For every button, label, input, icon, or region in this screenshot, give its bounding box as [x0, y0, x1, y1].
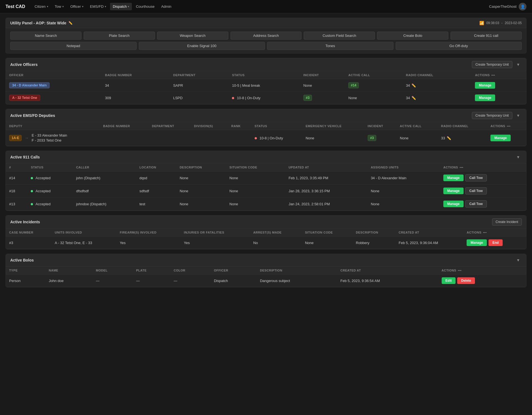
status-dot-green	[31, 190, 33, 192]
arrow-icon: →	[24, 135, 29, 141]
case-number: #3	[6, 237, 52, 249]
actions: Manage	[472, 92, 526, 104]
more-dots-icon[interactable]: •••	[491, 73, 495, 77]
nav-dispatch[interactable]: Dispatch ▾	[110, 3, 132, 10]
col-incident: INCIDENT	[300, 71, 345, 79]
go-offduty-button[interactable]: Go Off-duty	[396, 42, 522, 50]
notepad-button[interactable]: Notepad	[10, 42, 137, 50]
department: LSPD	[170, 92, 229, 104]
nav-officer[interactable]: Officer ▾	[68, 3, 86, 10]
nav-admin[interactable]: Admin	[158, 3, 174, 10]
more-dots-icon[interactable]: •••	[460, 166, 463, 169]
col-arrests: ARREST(S) MADE	[250, 229, 302, 237]
chevron-down-icon: ▾	[47, 5, 48, 8]
col-situation: SITUATION CODE	[302, 229, 353, 237]
more-dots-icon[interactable]: •••	[458, 269, 462, 272]
chevron-down-icon: ▾	[105, 5, 106, 8]
location: sdfsdf	[136, 185, 176, 198]
manage-button[interactable]: Manage	[475, 94, 495, 101]
col-actions: ACTIONS •••	[438, 267, 526, 275]
bolo-created: Feb 5, 2023, 9:36:54 AM	[337, 275, 438, 287]
end-incident-button[interactable]: End	[488, 239, 503, 246]
col-injuries: INJURIES OR FATALITIES	[181, 229, 250, 237]
edit-bolo-button[interactable]: Edit	[442, 277, 456, 284]
call-id: #13	[6, 198, 27, 211]
active-911-table: # STATUS CALLER LOCATION DESCRIPTION SIT…	[6, 163, 526, 211]
active-911-panel: Active 911 Calls ▼ # STATUS CALLER LOCAT…	[6, 151, 526, 211]
active-incidents-header: Active Incidents Create Incident	[6, 216, 526, 229]
col-case: CASE NUMBER	[6, 229, 52, 237]
weapon-search-button[interactable]: Weapon Search	[157, 32, 228, 40]
manage-button[interactable]: Manage	[475, 82, 495, 89]
manage-call-button[interactable]: Manage	[443, 188, 464, 194]
col-actions: ACTIONS •••	[472, 71, 526, 79]
create-911-button[interactable]: Create 911 call	[451, 32, 522, 40]
user-avatar: 👤	[519, 3, 526, 11]
manage-call-button[interactable]: Manage	[443, 175, 464, 181]
custom-field-search-button[interactable]: Custom Field Search	[304, 32, 375, 40]
active-emsfd-header: Active EMS/FD Deputies Create Temporary …	[6, 109, 526, 122]
create-bolo-button[interactable]: Create Bolo	[377, 32, 448, 40]
user-menu[interactable]: CasperTheGhost 👤	[489, 3, 526, 11]
actions: Edit Delete	[438, 275, 526, 287]
col-active-call: ACTIVE CALL	[345, 71, 403, 79]
filter-icon[interactable]: ▼	[515, 112, 522, 119]
create-temp-unit-emsfd-button[interactable]: Create Temporary Unit	[472, 112, 513, 119]
col-ev: EMERGENCY VEHICLE	[302, 122, 364, 130]
manage-button[interactable]: Manage	[490, 135, 511, 141]
col-radio: RADIO CHANNEL	[438, 122, 487, 130]
actions: Manage Call Tow	[440, 185, 526, 197]
more-dots-icon[interactable]: •••	[507, 124, 510, 128]
create-incident-button[interactable]: Create Incident	[492, 218, 522, 226]
main-content: Utility Panel - AOP: State Wide ✏️ 📶 09:…	[0, 13, 532, 292]
active-bolos-panel: Active Bolos ▼ TYPE NAME MODEL PLATE COL…	[6, 254, 526, 287]
delete-bolo-button[interactable]: Delete	[457, 277, 475, 284]
col-active-call: ACTIVE CALL	[397, 122, 438, 130]
username-label: CasperTheGhost	[489, 4, 516, 9]
radio-edit-icon[interactable]: ✏️	[447, 136, 451, 140]
chevron-down-icon: ▾	[62, 5, 64, 8]
manage-call-button[interactable]: Manage	[443, 201, 464, 207]
active-911-header: Active 911 Calls ▼	[6, 151, 526, 163]
nav-tow[interactable]: Tow ▾	[52, 3, 66, 10]
deputy-info: 1A-E → E - 33 Alexander Main F - 2033 Te…	[6, 130, 100, 146]
create-temp-unit-button[interactable]: Create Temporary Unit	[472, 61, 513, 68]
active-call: None	[345, 92, 403, 104]
col-created: CREATED AT	[337, 267, 438, 275]
edit-icon[interactable]: ✏️	[68, 21, 73, 25]
col-status: STATUS	[229, 71, 300, 79]
active-emsfd-table-container: DEPUTY BADGE NUMBER DEPARTMENT DIVISION(…	[6, 122, 526, 146]
more-dots-icon[interactable]: •••	[483, 231, 487, 234]
plate-search-button[interactable]: Plate Search	[84, 32, 155, 40]
table-row: Person John doe — — — Dispatch Dangerous…	[6, 275, 526, 287]
filter-icon[interactable]: ▼	[515, 61, 522, 68]
col-actions: ACTIONS •••	[487, 122, 526, 130]
nav-citizen[interactable]: Citizen ▾	[32, 3, 51, 10]
radio-edit-icon[interactable]: ✏️	[411, 83, 416, 88]
col-updated: UPDATED AT	[285, 163, 367, 171]
call-tow-button[interactable]: Call Tow	[465, 187, 487, 194]
address-search-button[interactable]: Address Search	[231, 32, 302, 40]
call-tow-button[interactable]: Call Tow	[465, 200, 487, 208]
tones-button[interactable]: Tones	[267, 42, 393, 50]
col-status: STATUS	[251, 122, 302, 130]
col-department: DEPARTMENT	[149, 122, 191, 130]
active-officers-table-container: OFFICER BADGE NUMBER DEPARTMENT STATUS I…	[6, 71, 526, 104]
filter-icon[interactable]: ▼	[515, 257, 522, 263]
badge-number: 34	[102, 79, 170, 92]
signal-100-button[interactable]: Enable Signal 100	[139, 42, 265, 50]
updated-at: Feb 1, 2023, 3:35:49 PM	[285, 171, 367, 185]
filter-icon[interactable]: ▼	[515, 154, 522, 160]
manage-incident-button[interactable]: Manage	[467, 239, 487, 246]
radio-channel: 34 ✏️	[403, 92, 472, 104]
bolo-officer: Dispatch	[211, 275, 257, 287]
col-firearms: FIREARM(S) INVOLVED	[116, 229, 180, 237]
incident: #3	[364, 130, 397, 146]
radio-edit-icon[interactable]: ✏️	[411, 96, 416, 100]
nav-emsfd[interactable]: EMS/FD ▾	[87, 3, 109, 10]
assigned-units: 34 - D Alexander Main	[367, 171, 440, 185]
name-search-button[interactable]: Name Search	[10, 32, 81, 40]
call-tow-button[interactable]: Call Tow	[465, 174, 487, 181]
active-incidents-panel: Active Incidents Create Incident CASE NU…	[6, 215, 526, 249]
nav-courthouse[interactable]: Courthouse	[133, 3, 157, 10]
